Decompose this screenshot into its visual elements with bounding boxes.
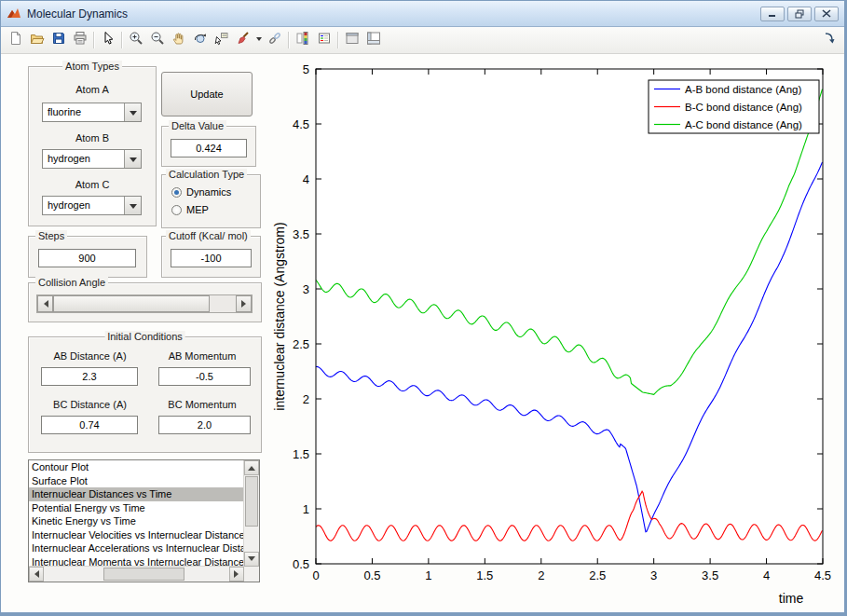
ab-distance-input[interactable] <box>41 367 138 386</box>
scrollbar-corner <box>244 567 259 582</box>
legend-entry-label: B-C bond distance (Ang) <box>685 102 802 113</box>
list-item[interactable]: Internuclear Accelerations vs Internucle… <box>29 541 244 555</box>
zoom-out-button[interactable] <box>146 30 168 51</box>
up-arrow-icon <box>248 462 255 471</box>
ab-distance-label: AB Distance (A) <box>36 350 143 362</box>
atom-a-value: fluorine <box>43 103 124 121</box>
list-item[interactable]: Kinetic Energy vs Time <box>29 514 244 528</box>
toolbar-separator <box>337 32 338 48</box>
open-icon <box>30 31 45 49</box>
figure-content: Atom Types Atom A fluorine Atom B hydrog… <box>1 54 844 614</box>
right-arrow-icon <box>241 300 250 308</box>
new-file-button[interactable] <box>5 30 26 51</box>
slider-left-arrow[interactable] <box>37 295 53 312</box>
show-plot-tools-button[interactable] <box>362 30 384 51</box>
toolbar-separator <box>288 32 289 48</box>
zoom-out-icon <box>150 31 165 49</box>
restore-button[interactable] <box>787 7 812 21</box>
list-item[interactable]: Internuclear Velocities vs Internuclear … <box>29 528 244 542</box>
close-icon <box>822 9 831 18</box>
zoom-in-button[interactable] <box>125 30 146 51</box>
dropdown-arrow-icon <box>124 150 141 168</box>
insert-legend-button[interactable] <box>313 30 335 51</box>
brush-caret-button[interactable] <box>253 30 264 51</box>
rotate-3d-button[interactable] <box>189 30 211 51</box>
atom-b-dropdown[interactable]: hydrogen <box>42 149 142 169</box>
slider-right-arrow[interactable] <box>236 295 252 312</box>
list-item[interactable]: Contour Plot <box>29 460 244 474</box>
pan-icon <box>171 31 186 49</box>
figure-window: Molecular Dynamics Atom Types Atom A flu… <box>0 0 847 616</box>
dock-figure-button[interactable] <box>819 30 840 51</box>
vertical-scrollbar-thumb[interactable] <box>245 476 258 527</box>
radio-mep[interactable]: MEP <box>171 204 209 215</box>
brush-button[interactable] <box>232 30 253 51</box>
update-button[interactable]: Update <box>161 72 253 116</box>
plot-area[interactable] <box>316 69 823 564</box>
horizontal-scrollbar[interactable] <box>29 566 244 582</box>
edit-plot-button[interactable] <box>97 30 118 51</box>
delta-value-input[interactable] <box>171 139 247 157</box>
x-tick-label: 3 <box>650 568 657 582</box>
legend-entry-label: A-C bond distance (Ang) <box>685 119 802 130</box>
panel-title: Initial Conditions <box>104 331 185 342</box>
list-item[interactable]: Surface Plot <box>29 474 244 488</box>
zoom-in-icon <box>129 31 143 49</box>
y-tick-label: 2 <box>303 392 309 406</box>
minimize-icon <box>768 9 777 18</box>
insert-colorbar-button[interactable] <box>292 30 313 51</box>
hide-plot-tools-button[interactable] <box>341 30 362 51</box>
atom-b-label: Atom B <box>29 132 156 144</box>
steps-input[interactable] <box>38 249 136 267</box>
print-button[interactable] <box>69 30 90 51</box>
x-tick-label: 4.5 <box>814 568 831 582</box>
legend[interactable]: A-B bond distance (Ang)B-C bond distance… <box>649 80 819 133</box>
edit-plot-icon <box>101 31 116 49</box>
x-tick-label: 0 <box>312 568 319 582</box>
atom-c-dropdown[interactable]: hydrogen <box>42 196 142 215</box>
atom-a-dropdown[interactable]: fluorine <box>42 103 142 122</box>
atom-c-value: hydrogen <box>43 197 124 214</box>
slider-track[interactable] <box>210 295 236 312</box>
x-tick-label: 2 <box>538 568 544 582</box>
bc-momentum-input[interactable] <box>158 416 251 434</box>
insert-colorbar-icon <box>295 31 310 49</box>
scroll-down-button[interactable] <box>244 552 259 567</box>
radio-mep-label: MEP <box>186 204 209 215</box>
restore-icon <box>795 9 805 19</box>
pan-button[interactable] <box>168 30 189 51</box>
panel-title: Calculation Type <box>166 169 247 180</box>
vertical-scrollbar[interactable] <box>243 460 259 567</box>
scroll-up-button[interactable] <box>244 460 259 475</box>
panel-title: Delta Value <box>169 120 226 131</box>
y-tick-label: 4.5 <box>293 117 309 131</box>
legend-entry-label: A-B bond distance (Ang) <box>685 84 801 95</box>
hide-plot-tools-icon <box>345 31 360 49</box>
toolbar-separator <box>121 32 122 48</box>
scroll-right-button[interactable] <box>229 567 244 582</box>
open-button[interactable] <box>26 30 48 51</box>
dropdown-arrow-icon <box>124 103 141 121</box>
data-cursor-button[interactable] <box>211 30 232 51</box>
chart-axes[interactable]: 00.511.522.533.544.50.511.522.533.544.55… <box>271 59 841 614</box>
radio-button-icon <box>171 187 182 198</box>
atom-types-panel: Atom Types Atom A fluorine Atom B hydrog… <box>28 66 157 226</box>
slider-thumb[interactable] <box>53 295 210 312</box>
title-bar[interactable]: Molecular Dynamics <box>1 1 844 27</box>
cutoff-panel: Cutoff (Kcal/ mol) <box>161 236 261 278</box>
save-button[interactable] <box>48 30 69 51</box>
list-item[interactable]: Potential Energy vs Time <box>29 501 244 515</box>
ab-momentum-label: AB Momentum <box>150 350 254 362</box>
y-axis-label: internuclear distance (Angstrom) <box>272 222 287 410</box>
bc-distance-input[interactable] <box>41 416 138 434</box>
list-item[interactable]: Internuclear Distances vs Time <box>29 487 244 501</box>
close-button[interactable] <box>814 7 839 21</box>
minimize-button[interactable] <box>760 7 785 21</box>
radio-dynamics[interactable]: Dynamics <box>171 186 231 198</box>
scroll-left-button[interactable] <box>29 567 44 582</box>
horizontal-scrollbar-thumb[interactable] <box>103 568 184 581</box>
ab-momentum-input[interactable] <box>158 367 251 386</box>
cutoff-input[interactable] <box>171 249 252 267</box>
link-plot-button[interactable] <box>264 30 285 51</box>
y-tick-label: 2.5 <box>293 337 309 351</box>
